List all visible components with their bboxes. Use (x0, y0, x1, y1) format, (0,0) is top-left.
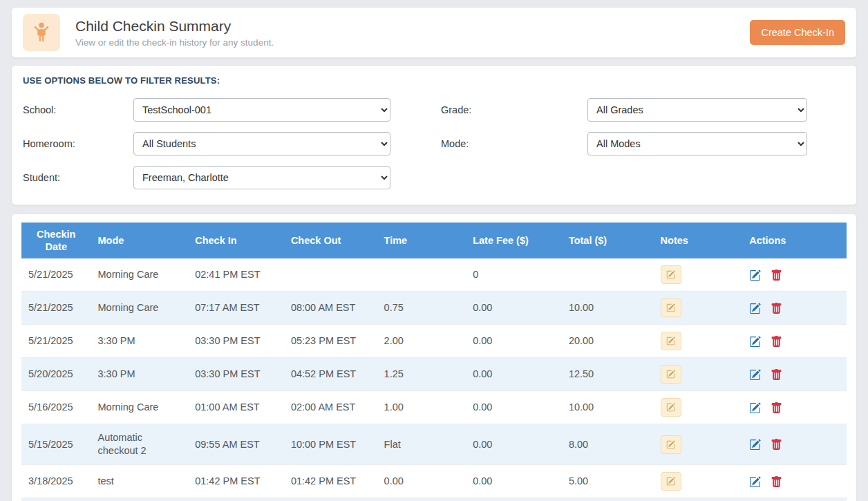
time-cell (377, 258, 466, 292)
edit-pencil-icon (749, 402, 761, 414)
total-cell: 5.00 (562, 464, 654, 498)
column-header-total: Total ($) (562, 223, 654, 258)
edit-pencil-icon (749, 476, 761, 488)
actions-cell (742, 358, 847, 391)
edit-pencil-icon (749, 369, 761, 381)
header-text: Child Checkin Summary View or edit the c… (75, 18, 274, 48)
child-icon-box (23, 14, 60, 51)
notes-cell (654, 498, 743, 501)
notes-button[interactable] (661, 265, 681, 284)
delete-button[interactable] (771, 270, 782, 281)
actions-cell (742, 498, 847, 501)
column-header-check-in: Check In (188, 223, 284, 258)
actions-cell (742, 325, 847, 358)
time-cell: Flat (377, 424, 466, 465)
check-out-cell: 04:52 PM EST (284, 358, 377, 391)
column-header-check-out: Check Out (284, 223, 377, 258)
check-out-cell (284, 258, 377, 292)
checkin-date-cell: 5/21/2025 (21, 325, 91, 358)
table-header-row: Checkin DateModeCheck InCheck OutTimeLat… (21, 223, 847, 258)
mode-select[interactable]: All Modes (587, 132, 807, 155)
actions-cell (742, 391, 847, 424)
pencil-square-icon (666, 370, 675, 379)
time-cell: 0.00 (377, 464, 466, 498)
table-row: 5/16/2025Morning Care01:00 AM EST02:00 A… (21, 391, 847, 424)
actions-cell (742, 464, 847, 498)
pencil-square-icon (666, 303, 675, 312)
table-row: 3/18/2025test01:42 PM EST01:42 PM EST0.0… (21, 464, 847, 498)
notes-button[interactable] (661, 299, 681, 317)
total-cell: 8.00 (562, 424, 654, 465)
notes-cell (654, 424, 743, 465)
table-row: 5/21/2025Morning Care07:17 AM EST08:00 A… (21, 292, 847, 325)
checkin-date-cell: 5/20/2025 (21, 358, 91, 391)
time-cell: 0.75 (377, 292, 466, 325)
filter-grid: School: TestSchool-001 Grade: All Grades… (23, 98, 845, 189)
page-title: Child Checkin Summary (75, 18, 274, 35)
notes-button[interactable] (661, 332, 681, 350)
school-label: School: (23, 104, 133, 115)
total-cell: 20.00 (562, 325, 654, 358)
notes-button[interactable] (661, 472, 681, 491)
check-in-cell: 01:58 PM EST (188, 498, 284, 501)
mode-cell: 3:30 PM (91, 358, 189, 391)
table-row: 5/21/20253:30 PM03:30 PM EST05:23 PM EST… (21, 325, 847, 358)
pencil-square-icon (666, 477, 675, 486)
filter-row-grade: Grade: All Grades (441, 98, 845, 122)
delete-button[interactable] (771, 402, 782, 414)
pencil-square-icon (666, 270, 675, 279)
trash-icon (771, 369, 782, 381)
column-header-late-fee: Late Fee ($) (466, 223, 562, 258)
column-header-checkin-date: Checkin Date (21, 223, 91, 258)
total-cell: 10.00 (562, 292, 654, 325)
edit-button[interactable] (749, 336, 761, 348)
page: Child Checkin Summary View or edit the c… (0, 0, 868, 501)
check-out-cell: 02:00 AM EST (284, 391, 377, 424)
column-header-notes: Notes (654, 223, 743, 258)
delete-button[interactable] (771, 336, 782, 348)
mode-cell: Morning Care (91, 258, 189, 292)
check-out-cell: 10:00 PM EST (284, 424, 377, 465)
actions-cell (742, 258, 847, 292)
delete-button[interactable] (771, 439, 782, 451)
notes-button[interactable] (661, 435, 681, 454)
create-checkin-button[interactable]: Create Check-In (750, 20, 845, 45)
mode-cell: Morning Care (91, 498, 189, 501)
edit-button[interactable] (749, 303, 761, 314)
mode-cell: test (91, 464, 189, 498)
delete-button[interactable] (771, 303, 782, 314)
time-cell: 1.00 (377, 391, 466, 424)
grade-select[interactable]: All Grades (587, 98, 807, 122)
check-out-cell: 02:00 PM EST (284, 498, 377, 501)
delete-button[interactable] (771, 369, 782, 381)
notes-button[interactable] (661, 365, 681, 384)
child-icon (30, 21, 53, 44)
mode-cell: Automatic checkout 2 (91, 424, 189, 465)
late-fee-cell: 0.00 (466, 498, 562, 501)
school-select[interactable]: TestSchool-001 (133, 98, 390, 122)
mode-cell: Morning Care (91, 391, 189, 424)
checkin-date-cell: 3/18/2025 (21, 464, 91, 498)
total-cell: 10.00 (562, 498, 654, 501)
delete-button[interactable] (771, 476, 782, 488)
edit-button[interactable] (749, 270, 761, 281)
student-select[interactable]: Freeman, Charlotte (133, 166, 390, 189)
notes-cell (654, 391, 743, 424)
trash-icon (771, 439, 782, 451)
homeroom-label: Homeroom: (23, 138, 133, 149)
notes-cell (654, 358, 743, 391)
page-subtitle: View or edit the check-in history for an… (75, 37, 274, 48)
late-fee-cell: 0.00 (466, 464, 562, 498)
edit-button[interactable] (749, 476, 761, 488)
late-fee-cell: 0 (466, 258, 562, 292)
edit-pencil-icon (749, 303, 761, 314)
trash-icon (771, 303, 782, 314)
notes-button[interactable] (661, 398, 681, 417)
edit-button[interactable] (749, 439, 761, 451)
actions-cell (742, 292, 847, 325)
homeroom-select[interactable]: All Students (133, 132, 390, 155)
edit-button[interactable] (749, 369, 761, 381)
edit-button[interactable] (749, 402, 761, 414)
check-in-cell: 02:41 PM EST (188, 258, 284, 292)
notes-cell (654, 258, 743, 292)
